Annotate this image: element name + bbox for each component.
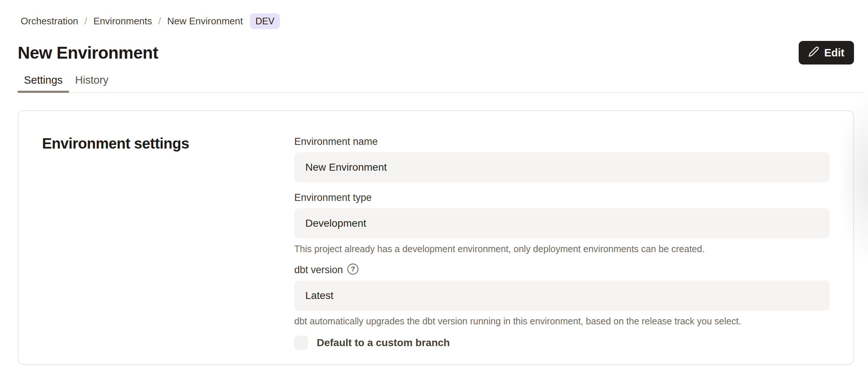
edit-button-label: Edit <box>824 47 844 59</box>
environment-name-label: Environment name <box>294 135 830 148</box>
card-heading-column: Environment settings <box>42 132 294 349</box>
breadcrumb-separator: / <box>84 15 87 27</box>
custom-branch-checkbox[interactable] <box>294 336 308 349</box>
environment-settings-card: Environment settings Environment name Ne… <box>18 110 854 365</box>
page: Orchestration / Environments / New Envir… <box>0 0 868 365</box>
tab-settings[interactable]: Settings <box>18 74 69 92</box>
environment-type-input[interactable]: Development <box>294 208 830 239</box>
environment-name-value: New Environment <box>305 161 387 173</box>
help-icon[interactable]: ? <box>347 264 358 275</box>
dbt-version-label: dbt version ? <box>294 264 830 276</box>
card-form-column: Environment name New Environment Environ… <box>294 132 830 349</box>
environment-type-helper-text: This project already has a development e… <box>294 243 830 255</box>
breadcrumb: Orchestration / Environments / New Envir… <box>21 0 854 29</box>
environment-name-input[interactable]: New Environment <box>294 152 830 182</box>
page-header: New Environment Edit <box>18 41 854 65</box>
breadcrumb-item-new-environment[interactable]: New Environment <box>167 15 243 27</box>
environment-type-field: Environment type Development This projec… <box>294 191 830 255</box>
environment-type-value: Development <box>305 217 366 229</box>
environment-dev-badge: DEV <box>250 13 280 29</box>
breadcrumb-item-orchestration[interactable]: Orchestration <box>21 15 78 27</box>
environment-name-field: Environment name New Environment <box>294 135 830 182</box>
environment-type-label: Environment type <box>294 191 830 204</box>
dbt-version-field: dbt version ? Latest dbt automatically u… <box>294 264 830 327</box>
edit-button[interactable]: Edit <box>799 41 854 65</box>
dbt-version-value: Latest <box>305 290 333 302</box>
dbt-version-input[interactable]: Latest <box>294 281 830 311</box>
section-heading: Environment settings <box>42 135 294 152</box>
custom-branch-label: Default to a custom branch <box>317 337 450 349</box>
custom-branch-row: Default to a custom branch <box>294 336 830 349</box>
dbt-version-helper-text: dbt automatically upgrades the dbt versi… <box>294 315 830 327</box>
pencil-icon <box>808 46 819 60</box>
page-title: New Environment <box>18 43 158 63</box>
breadcrumb-separator: / <box>158 15 161 27</box>
breadcrumb-item-environments[interactable]: Environments <box>93 15 152 27</box>
dbt-version-label-text: dbt version <box>294 264 343 276</box>
tab-history[interactable]: History <box>69 74 115 92</box>
tab-bar: Settings History <box>18 74 863 93</box>
